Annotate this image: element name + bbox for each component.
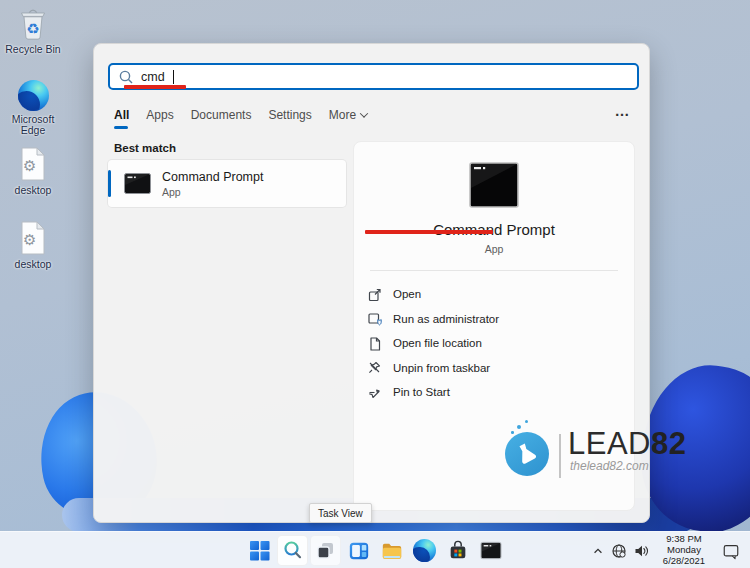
chevron-down-icon [360, 109, 368, 117]
config-file-icon: ⚙ [19, 220, 47, 256]
action-open[interactable]: Open [367, 282, 634, 307]
microsoft-store-icon [447, 540, 469, 562]
best-match-header: Best match [114, 142, 176, 154]
run-as-administrator-icon [367, 311, 382, 326]
command-prompt-icon [124, 173, 151, 194]
desktop-icon-label: Microsoft Edge [2, 114, 64, 136]
config-file-icon: ⚙ [19, 146, 47, 182]
text-caret [173, 70, 174, 84]
active-tab-indicator [114, 126, 128, 129]
desktop-icon-label: desktop [15, 185, 52, 196]
divider [370, 270, 618, 271]
microsoft-edge-icon [18, 75, 49, 111]
open-icon [367, 287, 382, 302]
start-button[interactable] [244, 535, 275, 566]
notification-center-button[interactable] [716, 535, 746, 566]
pin-icon [367, 385, 382, 400]
tab-settings[interactable]: Settings [268, 108, 311, 122]
desktop-icon-label: desktop [15, 259, 52, 270]
red-underline-annotation-search [124, 85, 186, 89]
watermark-separator [559, 434, 561, 478]
svg-text:⚙: ⚙ [23, 231, 36, 248]
unpin-icon [367, 360, 382, 375]
desktop-icon-microsoft-edge[interactable]: Microsoft Edge [2, 75, 64, 136]
tray-date: 6/28/2021 [655, 556, 713, 567]
recycle-bin-icon: ♻ [16, 5, 50, 41]
action-list: Open Run as administrator Open file loca… [367, 282, 634, 405]
file-explorer-button[interactable] [376, 535, 407, 566]
chevron-up-icon [592, 545, 604, 557]
task-view-icon [315, 540, 336, 561]
desktop-icon-recycle-bin[interactable]: ♻ Recycle Bin [2, 5, 64, 55]
desktop-icon-label: Recycle Bin [5, 44, 60, 55]
desktop-icon-desktop-file-1[interactable]: ⚙ desktop [2, 146, 64, 196]
network-button[interactable] [608, 535, 630, 566]
action-run-as-administrator[interactable]: Run as administrator [367, 307, 634, 332]
result-subtitle: App [162, 186, 263, 198]
search-taskbar-button[interactable] [277, 535, 308, 566]
desktop-icon-desktop-file-2[interactable]: ⚙ desktop [2, 220, 64, 270]
command-prompt-large-icon [469, 162, 519, 208]
task-view-tooltip: Task View [309, 503, 372, 523]
svg-text:♻: ♻ [26, 20, 39, 37]
microsoft-edge-icon [413, 539, 436, 562]
brand-name-thin: LEAD [568, 426, 651, 461]
tab-documents[interactable]: Documents [191, 108, 252, 122]
selection-accent-bar [108, 170, 111, 197]
windows-start-icon [249, 540, 270, 561]
action-unpin-from-taskbar[interactable]: Unpin from taskbar [367, 356, 634, 381]
widgets-button[interactable] [343, 535, 374, 566]
volume-button[interactable] [630, 535, 652, 566]
windows-desktop: ♻ Recycle Bin Microsoft Edge ⚙ [0, 0, 750, 568]
network-globe-icon [611, 543, 627, 559]
brand-name-bold: 82 [651, 426, 686, 461]
widgets-icon [348, 540, 370, 562]
microsoft-store-button[interactable] [442, 535, 473, 566]
flask-logo-icon [505, 432, 549, 476]
file-explorer-icon [381, 540, 403, 562]
search-icon [119, 70, 133, 84]
edge-taskbar-button[interactable] [409, 535, 440, 566]
watermark-dot [517, 425, 521, 429]
shortcut-arrow-icon [18, 102, 27, 111]
watermark-dot [525, 420, 528, 423]
clock[interactable]: 9:38 PM Monday 6/28/2021 [655, 534, 713, 566]
best-match-text: Command Prompt App [162, 170, 263, 198]
best-match-result-command-prompt[interactable]: Command Prompt App [108, 160, 346, 207]
tab-more[interactable]: More [329, 108, 367, 122]
system-tray: 9:38 PM Monday 6/28/2021 [588, 532, 746, 568]
taskbar: 9:38 PM Monday 6/28/2021 [0, 531, 750, 568]
taskbar-center-icons [244, 535, 506, 566]
action-open-file-location[interactable]: Open file location [367, 331, 634, 356]
search-query-text: cmd [141, 70, 165, 84]
search-input[interactable]: cmd [108, 63, 639, 90]
detail-subtitle: App [354, 243, 634, 255]
task-view-button[interactable] [310, 535, 341, 566]
watermark-dot [511, 431, 514, 434]
tray-overflow-button[interactable] [588, 535, 608, 566]
action-pin-to-start[interactable]: Pin to Start [367, 380, 634, 405]
red-underline-annotation-run-as-admin [365, 230, 493, 234]
notification-icon [722, 542, 740, 560]
command-prompt-icon [480, 541, 502, 560]
tab-all[interactable]: All [114, 108, 129, 122]
speaker-icon [633, 543, 649, 559]
brand-website: thelead82.com [570, 459, 686, 473]
command-prompt-taskbar-button[interactable] [475, 535, 506, 566]
result-title: Command Prompt [162, 170, 263, 184]
search-icon [282, 540, 303, 561]
svg-text:⚙: ⚙ [23, 157, 36, 174]
watermark-text: LEAD82 thelead82.com [568, 427, 686, 473]
search-filter-tabs: All Apps Documents Settings More [114, 108, 367, 122]
more-options-button[interactable]: … [615, 102, 632, 119]
tab-apps[interactable]: Apps [146, 108, 173, 122]
lead82-watermark: LEAD82 thelead82.com [502, 418, 712, 488]
open-file-location-icon [367, 336, 382, 351]
